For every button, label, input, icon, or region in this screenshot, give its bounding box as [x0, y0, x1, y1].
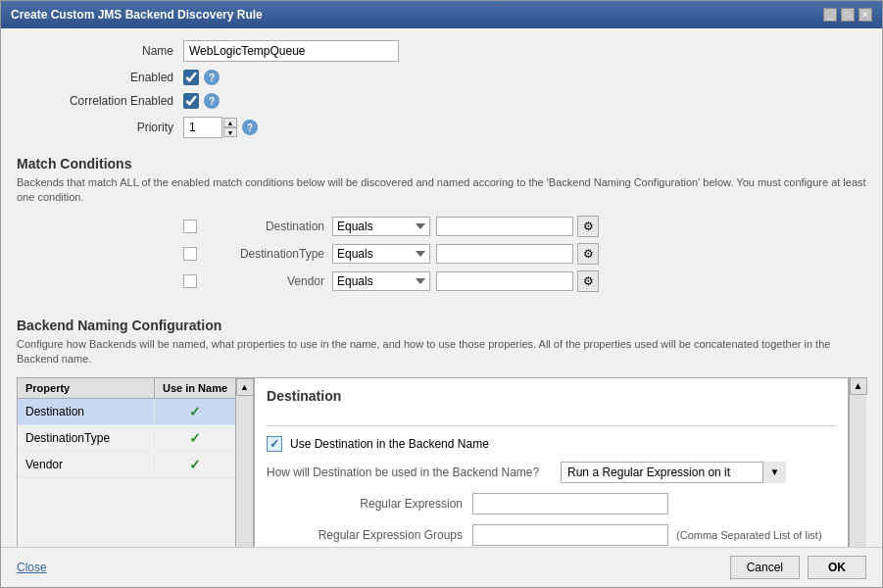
detail-use-checkbox[interactable]: ✓: [267, 436, 282, 452]
dialog-content: Name Enabled ? Correlation Enabled ? Pri…: [1, 28, 882, 547]
match-row-destination: Destination EqualsContainsStartsWith ⚙: [183, 216, 866, 237]
match-gear-destination[interactable]: ⚙: [577, 216, 599, 237]
name-label: Name: [17, 44, 173, 58]
detail-regex-groups-row: Regular Expression Groups (Comma Separat…: [267, 524, 836, 546]
dialog-footer: Close Cancel OK: [1, 547, 882, 587]
detail-how-select[interactable]: Use Entire Value Run a Regular Expressio…: [561, 462, 786, 483]
naming-row-destinationtype[interactable]: DestinationType ✓: [18, 425, 235, 452]
match-gear-vendor[interactable]: ⚙: [577, 270, 599, 292]
enabled-checkbox[interactable]: [183, 70, 199, 85]
enabled-label: Enabled: [17, 71, 173, 84]
correlation-enabled-checkbox[interactable]: [183, 93, 199, 109]
minimize-button[interactable]: _: [823, 8, 837, 22]
match-value-destination[interactable]: [436, 217, 573, 236]
priority-decrement-button[interactable]: ▼: [223, 127, 237, 137]
footer-left: Close: [17, 561, 47, 574]
priority-input[interactable]: [183, 117, 222, 138]
priority-help-button[interactable]: ?: [242, 120, 258, 135]
match-label-destination: Destination: [207, 220, 324, 233]
restore-button[interactable]: □: [841, 8, 855, 22]
naming-property-destination: Destination: [18, 400, 155, 423]
detail-regex-label: Regular Expression: [267, 497, 463, 511]
naming-scroll-track: [236, 396, 253, 547]
naming-row-vendor[interactable]: Vendor ✓: [18, 452, 235, 478]
match-checkbox-destinationtype[interactable]: [183, 247, 197, 261]
detail-how-label: How will Destination be used in the Back…: [267, 466, 551, 479]
naming-table-scrollbar: ▲ ▼: [236, 377, 254, 547]
detail-panel: Destination ✓ Use Destination in the Bac…: [254, 377, 849, 547]
naming-header-use-in-name: Use in Name: [155, 378, 235, 398]
naming-row-destination[interactable]: Destination ✓: [18, 399, 235, 425]
cancel-button[interactable]: Cancel: [730, 556, 800, 579]
naming-check-vendor: ✓: [155, 452, 235, 477]
naming-property-destinationtype: DestinationType: [18, 426, 155, 450]
match-checkbox-destination[interactable]: [183, 220, 197, 233]
enabled-row: Enabled ?: [17, 70, 866, 85]
naming-check-destinationtype: ✓: [155, 425, 235, 451]
detail-regex-row: Regular Expression: [267, 493, 836, 514]
match-conditions-section: Match Conditions Backends that match ALL…: [17, 146, 866, 298]
match-conditions-description: Backends that match ALL of the enabled m…: [17, 175, 866, 206]
match-row-destinationtype: DestinationType EqualsContainsStartsWith…: [183, 243, 866, 265]
detail-regex-groups-hint: (Comma Separated List of list): [676, 529, 822, 541]
title-bar-controls: _ □ ✕: [823, 8, 872, 22]
priority-increment-button[interactable]: ▲: [223, 118, 237, 127]
match-operator-vendor[interactable]: EqualsContainsStartsWith: [332, 271, 430, 291]
close-button[interactable]: ✕: [858, 8, 872, 22]
detail-panel-title: Destination: [267, 388, 341, 410]
detail-regex-groups-input[interactable]: [472, 524, 668, 546]
priority-row: Priority ▲ ▼ ?: [17, 117, 866, 138]
lower-section: Property Use in Name Destination ✓ Desti…: [17, 377, 866, 547]
match-row-vendor: Vendor EqualsContainsStartsWith ⚙: [183, 270, 866, 292]
backend-naming-section: Backend Naming Configuration Configure h…: [17, 308, 866, 547]
priority-label: Priority: [17, 121, 173, 134]
detail-scroll-up[interactable]: ▲: [850, 377, 867, 395]
naming-header-property: Property: [18, 378, 155, 398]
detail-how-row: How will Destination be used in the Back…: [267, 462, 836, 483]
match-operator-destinationtype[interactable]: EqualsContainsStartsWith: [332, 244, 430, 264]
naming-check-destination: ✓: [155, 399, 235, 424]
match-value-destinationtype[interactable]: [436, 244, 573, 264]
match-label-vendor: Vendor: [207, 274, 324, 288]
priority-spinner-buttons: ▲ ▼: [223, 118, 237, 137]
ok-button[interactable]: OK: [808, 556, 866, 579]
backend-naming-title: Backend Naming Configuration: [17, 318, 866, 333]
match-conditions-title: Match Conditions: [17, 156, 866, 172]
match-gear-destinationtype[interactable]: ⚙: [577, 243, 599, 265]
naming-property-vendor: Vendor: [18, 453, 155, 476]
close-link[interactable]: Close: [17, 561, 47, 574]
backend-naming-description: Configure how Backends will be named, wh…: [17, 337, 866, 368]
correlation-enabled-label: Correlation Enabled: [17, 94, 173, 108]
detail-scroll-track: [850, 395, 866, 547]
enabled-help-button[interactable]: ?: [204, 70, 220, 85]
name-input[interactable]: [183, 40, 399, 62]
detail-how-select-container: Use Entire Value Run a Regular Expressio…: [561, 462, 786, 483]
match-label-destinationtype: DestinationType: [207, 247, 324, 261]
match-operator-destination[interactable]: EqualsContainsStartsWith: [332, 217, 430, 236]
name-row: Name: [17, 40, 866, 62]
dialog-window: Create Custom JMS Backend Discovery Rule…: [0, 0, 883, 588]
detail-regex-groups-label: Regular Expression Groups: [267, 528, 463, 542]
naming-scroll-up[interactable]: ▲: [236, 378, 254, 396]
footer-right: Cancel OK: [730, 556, 866, 579]
detail-use-checkbox-label: Use Destination in the Backend Name: [290, 437, 489, 451]
naming-table-container: Property Use in Name Destination ✓ Desti…: [17, 377, 236, 547]
correlation-enabled-help-button[interactable]: ?: [204, 93, 220, 109]
dialog-title: Create Custom JMS Backend Discovery Rule: [11, 8, 263, 22]
priority-spinner: ▲ ▼: [183, 117, 237, 138]
title-bar: Create Custom JMS Backend Discovery Rule…: [1, 1, 882, 28]
detail-regex-input[interactable]: [472, 493, 668, 514]
detail-use-checkbox-row: ✓ Use Destination in the Backend Name: [267, 436, 836, 452]
naming-table-header: Property Use in Name: [18, 378, 235, 399]
match-checkbox-vendor[interactable]: [183, 274, 197, 288]
match-value-vendor[interactable]: [436, 271, 573, 291]
detail-how-dropdown-arrow[interactable]: ▼: [762, 462, 786, 483]
detail-panel-scrollbar: ▲ ▼: [849, 377, 866, 547]
correlation-enabled-row: Correlation Enabled ?: [17, 93, 866, 109]
